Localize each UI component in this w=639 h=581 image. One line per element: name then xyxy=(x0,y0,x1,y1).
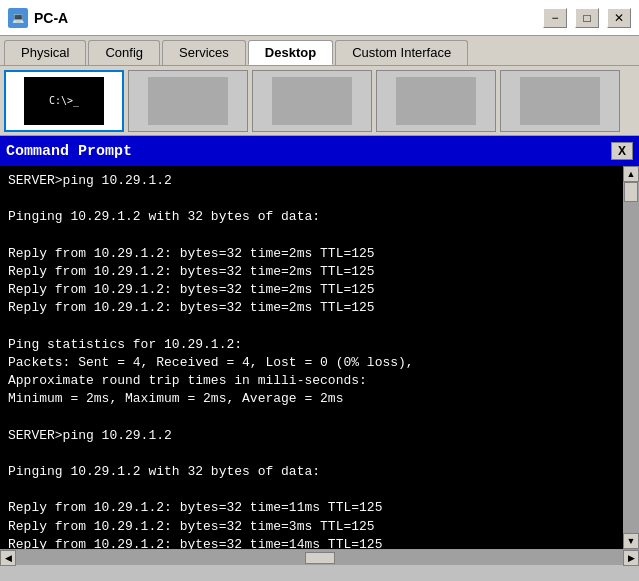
cmd-line: Ping statistics for 10.29.1.2: xyxy=(8,336,631,354)
cmd-scrollbar: ▲ ▼ xyxy=(623,166,639,549)
bottom-scrollbar: ◀ ▶ xyxy=(0,549,639,565)
cmd-line xyxy=(8,408,631,426)
app-icon: 💻 xyxy=(8,8,28,28)
icon-item-5[interactable] xyxy=(500,70,620,132)
cmd-line: Reply from 10.29.1.2: bytes=32 time=3ms … xyxy=(8,518,631,536)
cmd-line: Reply from 10.29.1.2: bytes=32 time=2ms … xyxy=(8,245,631,263)
tab-bar: Physical Config Services Desktop Custom … xyxy=(0,36,639,66)
cmd-line xyxy=(8,481,631,499)
tab-physical[interactable]: Physical xyxy=(4,40,86,65)
cmd-line: Reply from 10.29.1.2: bytes=32 time=14ms… xyxy=(8,536,631,549)
tab-config[interactable]: Config xyxy=(88,40,160,65)
cmd-line: Approximate round trip times in milli-se… xyxy=(8,372,631,390)
restore-button[interactable]: □ xyxy=(575,8,599,28)
cmd-line: Reply from 10.29.1.2: bytes=32 time=2ms … xyxy=(8,263,631,281)
cmd-title-text: Command Prompt xyxy=(6,143,132,160)
cmd-prompt-icon[interactable]: C:\>_ xyxy=(4,70,124,132)
cmd-line: Packets: Sent = 4, Received = 4, Lost = … xyxy=(8,354,631,372)
minimize-button[interactable]: − xyxy=(543,8,567,28)
scroll-thumb[interactable] xyxy=(624,182,638,202)
icon-item-2[interactable] xyxy=(128,70,248,132)
cmd-line: SERVER>ping 10.29.1.2 xyxy=(8,427,631,445)
cmd-line xyxy=(8,190,631,208)
cmd-content[interactable]: SERVER>ping 10.29.1.2 Pinging 10.29.1.2 … xyxy=(0,166,639,549)
icon-item-3[interactable] xyxy=(252,70,372,132)
icon-row: C:\>_ xyxy=(0,66,639,136)
cmd-line: Reply from 10.29.1.2: bytes=32 time=2ms … xyxy=(8,281,631,299)
window-controls: − □ ✕ xyxy=(543,8,631,28)
tab-custom-interface[interactable]: Custom Interface xyxy=(335,40,468,65)
cmd-line: Reply from 10.29.1.2: bytes=32 time=11ms… xyxy=(8,499,631,517)
scroll-left-arrow[interactable]: ◀ xyxy=(0,550,16,566)
cmd-line xyxy=(8,445,631,463)
cmd-window: Command Prompt X SERVER>ping 10.29.1.2 P… xyxy=(0,136,639,549)
scroll-right-arrow[interactable]: ▶ xyxy=(623,550,639,566)
cmd-title-bar: Command Prompt X xyxy=(0,136,639,166)
scroll-track xyxy=(623,182,639,533)
tab-desktop[interactable]: Desktop xyxy=(248,40,333,65)
cmd-line: Reply from 10.29.1.2: bytes=32 time=2ms … xyxy=(8,299,631,317)
cmd-line xyxy=(8,227,631,245)
cmd-line: SERVER>ping 10.29.1.2 xyxy=(8,172,631,190)
cmd-line: Pinging 10.29.1.2 with 32 bytes of data: xyxy=(8,208,631,226)
cmd-close-button[interactable]: X xyxy=(611,142,633,160)
title-bar: 💻 PC-A − □ ✕ xyxy=(0,0,639,36)
scroll-down-arrow[interactable]: ▼ xyxy=(623,533,639,549)
close-button[interactable]: ✕ xyxy=(607,8,631,28)
icon-item-4[interactable] xyxy=(376,70,496,132)
h-scroll-track xyxy=(16,550,623,565)
cmd-line xyxy=(8,318,631,336)
tab-services[interactable]: Services xyxy=(162,40,246,65)
scroll-up-arrow[interactable]: ▲ xyxy=(623,166,639,182)
cmd-line: Minimum = 2ms, Maximum = 2ms, Average = … xyxy=(8,390,631,408)
cmd-line: Pinging 10.29.1.2 with 32 bytes of data: xyxy=(8,463,631,481)
h-scroll-thumb[interactable] xyxy=(305,552,335,564)
window-title: PC-A xyxy=(34,10,543,26)
